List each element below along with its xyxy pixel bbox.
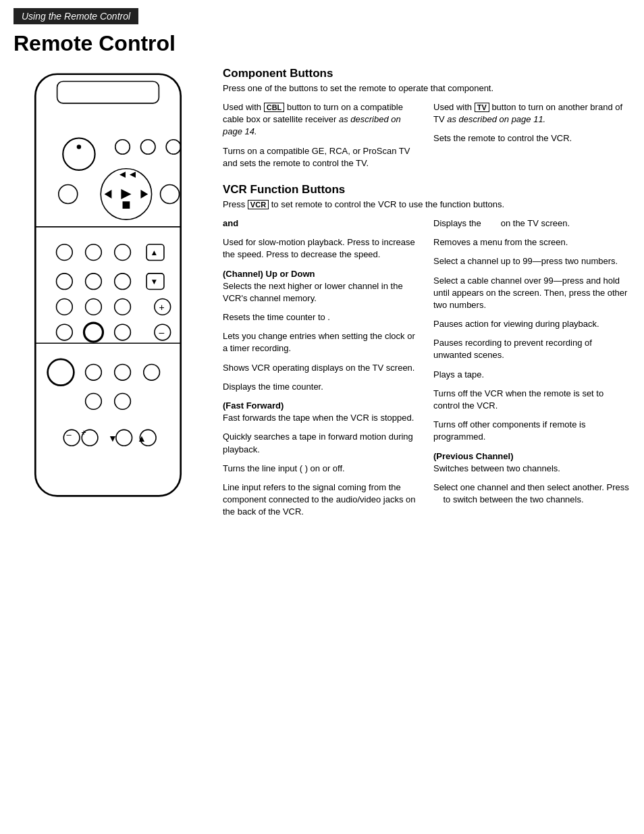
cbl-button: CBL — [264, 103, 285, 112]
page-title: Remote Control — [14, 31, 630, 56]
svg-marker-11 — [105, 190, 112, 199]
vcr-removes-menu: Removes a menu from the screen. — [433, 236, 630, 249]
svg-point-46 — [82, 429, 98, 446]
svg-rect-3 — [57, 82, 159, 103]
svg-point-15 — [59, 184, 78, 203]
vcr-ff-label: (Fast Forward) — [223, 400, 420, 412]
svg-text:▲: ▲ — [137, 433, 146, 444]
svg-rect-14 — [123, 201, 130, 209]
vcr-pauses-action: Pauses action for viewing during playbac… — [433, 318, 630, 330]
component-item-tv: Used with TV button to turn on another b… — [433, 101, 630, 126]
svg-point-23 — [86, 273, 102, 290]
svg-point-29 — [115, 299, 131, 315]
vcr-and: and — [223, 217, 420, 230]
component-item-vcr: Sets the remote to control the VCR. — [433, 132, 630, 145]
remote-svg: ◄◄ ▲ ▼ + — [14, 67, 203, 503]
vcr-sets-text: Sets the remote to control the VCR. — [433, 133, 572, 143]
vcr-select-channel-99: Select a channel up to 99—press two numb… — [433, 255, 630, 267]
header-text: Using the Remote Control — [22, 11, 130, 22]
header-bar: Using the Remote Control — [14, 8, 138, 24]
vcr-plays-tape: Plays a tape. — [433, 369, 630, 381]
vcr-prev-ch-label: (Previous Channel) — [433, 450, 630, 463]
content-area: Component Buttons Press one of the butto… — [223, 67, 630, 531]
vcr-line-input-toggle: Turns the line input ( ) on or off. — [223, 463, 420, 475]
component-buttons-title: Component Buttons — [223, 67, 630, 80]
cbl-text1: Used with — [223, 102, 264, 112]
svg-point-33 — [84, 323, 103, 342]
vcr-function-section: VCR Function Buttons Press VCR to set re… — [223, 183, 630, 525]
vcr-displays-menu: Displays the on the TV screen. — [433, 217, 630, 230]
vcr-quick-search: Quickly searches a tape in forward motio… — [223, 431, 420, 455]
vcr-select-one-channel: Select one channel and then select anoth… — [433, 481, 630, 506]
svg-point-38 — [86, 364, 102, 380]
component-buttons-section: Component Buttons Press one of the butto… — [223, 67, 630, 176]
svg-point-4 — [63, 138, 95, 170]
svg-point-7 — [140, 140, 155, 155]
vcr-subtitle-post: to set remote to control the VCR to use … — [271, 199, 504, 209]
component-buttons-subtitle: Press one of the buttons to set the remo… — [223, 83, 630, 93]
vcr-reset-counter: Resets the time counter to . — [223, 311, 420, 323]
svg-point-18 — [86, 244, 102, 261]
ge-text: Turns on a compatible GE, RCA, or ProSca… — [223, 146, 410, 168]
tv-button: TV — [475, 103, 489, 112]
vcr-shows-displays: Shows VCR operating displays on the TV s… — [223, 362, 420, 374]
vcr-channel-label: (Channel) Up or Down — [223, 268, 420, 280]
vcr-turns-off-vcr: Turns off the VCR when the remote is set… — [433, 388, 630, 412]
vcr-time-counter: Displays the time counter. — [223, 381, 420, 393]
tv-italic: as described on page 11. — [447, 114, 545, 124]
vcr-slow-motion: Used for slow-motion playback. Press to … — [223, 236, 420, 261]
svg-point-27 — [57, 299, 73, 315]
vcr-cable-channel-over99: Select a cable channel over 99—press and… — [433, 275, 630, 312]
vcr-change-entries: Lets you change entries when setting the… — [223, 330, 420, 355]
vcr-pauses-recording: Pauses recording to prevent recording of… — [433, 337, 630, 361]
vcr-section-subtitle: Press VCR to set remote to control the V… — [223, 199, 630, 209]
vcr-channel-updown: (Channel) Up or Down Selects the next hi… — [223, 268, 420, 305]
vcr-turns-off-components: Turns off other components if remote is … — [433, 419, 630, 443]
svg-text:–: – — [159, 327, 164, 338]
vcr-left-col: and Used for slow-motion playback. Press… — [223, 217, 420, 525]
svg-point-16 — [161, 184, 180, 203]
svg-point-28 — [86, 299, 102, 315]
svg-point-8 — [166, 140, 181, 155]
svg-point-19 — [115, 244, 131, 261]
svg-point-41 — [86, 394, 102, 410]
svg-point-42 — [115, 394, 131, 410]
vcr-line-input-desc: Line input refers to the signal coming f… — [223, 481, 420, 519]
svg-point-39 — [115, 364, 131, 380]
svg-marker-12 — [140, 190, 148, 199]
svg-point-6 — [115, 140, 130, 155]
vcr-subtitle-button: VCR — [248, 200, 269, 209]
svg-point-34 — [115, 324, 131, 340]
vcr-right-col: Displays the on the TV screen. Removes a… — [433, 217, 630, 525]
component-item-cbl: Used with CBL button to turn on a compat… — [223, 101, 420, 138]
svg-marker-10 — [121, 189, 131, 199]
svg-point-5 — [77, 145, 81, 149]
tv-text1: Used with — [433, 102, 475, 112]
svg-point-48 — [116, 429, 132, 446]
svg-text:◄◄: ◄◄ — [117, 168, 138, 180]
svg-point-32 — [57, 324, 73, 340]
vcr-section-title: VCR Function Buttons — [223, 183, 630, 197]
svg-text:▼: ▼ — [150, 277, 158, 286]
vcr-subtitle-pre: Press — [223, 199, 245, 209]
component-item-ge: Turns on a compatible GE, RCA, or ProSca… — [223, 145, 420, 170]
remote-diagram: ◄◄ ▲ ▼ + — [14, 67, 203, 505]
svg-point-17 — [57, 244, 73, 261]
vcr-fast-forward: (Fast Forward) Fast forwards the tape wh… — [223, 400, 420, 424]
svg-point-22 — [57, 273, 73, 290]
svg-text:▲: ▲ — [150, 248, 158, 257]
svg-text:+: + — [159, 302, 164, 313]
svg-point-37 — [48, 359, 74, 386]
svg-point-24 — [115, 273, 131, 290]
svg-point-40 — [144, 364, 160, 380]
vcr-previous-channel: (Previous Channel) Switches between two … — [433, 450, 630, 475]
